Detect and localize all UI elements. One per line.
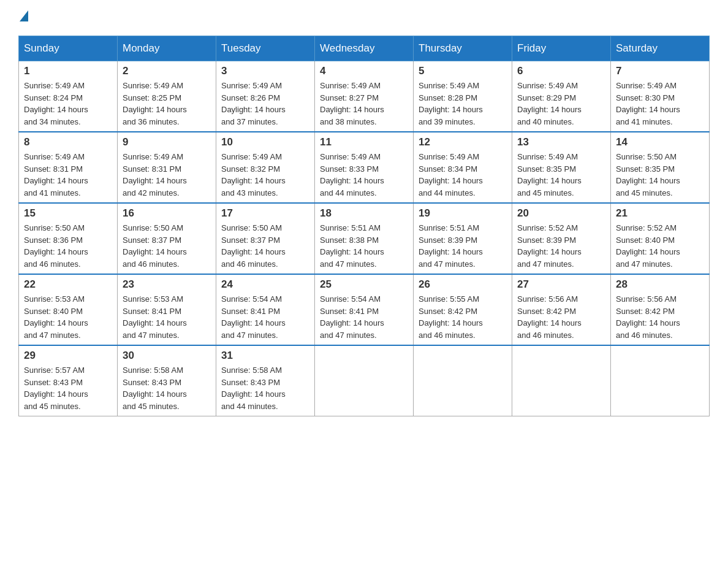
day-info: Sunrise: 5:49 AMSunset: 8:32 PMDaylight:… bbox=[221, 151, 309, 199]
calendar-header-sunday: Sunday bbox=[19, 36, 118, 61]
calendar-cell: 11Sunrise: 5:49 AMSunset: 8:33 PMDayligh… bbox=[315, 132, 414, 203]
calendar-cell: 7Sunrise: 5:49 AMSunset: 8:30 PMDaylight… bbox=[611, 61, 710, 132]
logo-arrow-icon bbox=[20, 10, 28, 21]
day-number: 21 bbox=[616, 207, 704, 220]
calendar-cell: 26Sunrise: 5:55 AMSunset: 8:42 PMDayligh… bbox=[414, 274, 512, 345]
calendar-cell: 17Sunrise: 5:50 AMSunset: 8:37 PMDayligh… bbox=[216, 203, 315, 274]
day-info: Sunrise: 5:58 AMSunset: 8:43 PMDaylight:… bbox=[123, 364, 211, 412]
calendar-cell: 16Sunrise: 5:50 AMSunset: 8:37 PMDayligh… bbox=[118, 203, 216, 274]
day-info: Sunrise: 5:49 AMSunset: 8:27 PMDaylight:… bbox=[320, 80, 408, 128]
day-info: Sunrise: 5:49 AMSunset: 8:25 PMDaylight:… bbox=[123, 80, 211, 128]
calendar-cell bbox=[315, 345, 414, 416]
day-info: Sunrise: 5:50 AMSunset: 8:37 PMDaylight:… bbox=[123, 222, 211, 270]
day-info: Sunrise: 5:51 AMSunset: 8:39 PMDaylight:… bbox=[419, 222, 507, 270]
day-info: Sunrise: 5:49 AMSunset: 8:24 PMDaylight:… bbox=[24, 80, 112, 128]
day-number: 17 bbox=[221, 207, 309, 220]
calendar-cell: 13Sunrise: 5:49 AMSunset: 8:35 PMDayligh… bbox=[512, 132, 611, 203]
day-number: 26 bbox=[419, 278, 507, 291]
calendar-cell: 25Sunrise: 5:54 AMSunset: 8:41 PMDayligh… bbox=[315, 274, 414, 345]
logo bbox=[18, 12, 28, 23]
day-number: 29 bbox=[24, 350, 112, 362]
day-info: Sunrise: 5:49 AMSunset: 8:35 PMDaylight:… bbox=[517, 151, 605, 199]
day-info: Sunrise: 5:56 AMSunset: 8:42 PMDaylight:… bbox=[517, 293, 605, 341]
day-number: 4 bbox=[320, 65, 408, 77]
calendar-cell: 30Sunrise: 5:58 AMSunset: 8:43 PMDayligh… bbox=[118, 345, 216, 416]
calendar-cell: 8Sunrise: 5:49 AMSunset: 8:31 PMDaylight… bbox=[19, 132, 118, 203]
calendar-header-monday: Monday bbox=[118, 36, 216, 61]
calendar-cell: 1Sunrise: 5:49 AMSunset: 8:24 PMDaylight… bbox=[19, 61, 118, 132]
day-info: Sunrise: 5:57 AMSunset: 8:43 PMDaylight:… bbox=[24, 364, 112, 412]
calendar-header-friday: Friday bbox=[512, 36, 611, 61]
day-info: Sunrise: 5:50 AMSunset: 8:36 PMDaylight:… bbox=[24, 222, 112, 270]
day-number: 2 bbox=[123, 65, 211, 77]
day-number: 23 bbox=[123, 278, 211, 291]
calendar-cell: 5Sunrise: 5:49 AMSunset: 8:28 PMDaylight… bbox=[414, 61, 512, 132]
day-info: Sunrise: 5:49 AMSunset: 8:34 PMDaylight:… bbox=[419, 151, 507, 199]
calendar-cell bbox=[611, 345, 710, 416]
calendar-table: SundayMondayTuesdayWednesdayThursdayFrid… bbox=[18, 36, 710, 416]
day-number: 15 bbox=[24, 207, 112, 220]
day-number: 16 bbox=[123, 207, 211, 220]
day-info: Sunrise: 5:58 AMSunset: 8:43 PMDaylight:… bbox=[221, 364, 309, 412]
day-number: 6 bbox=[517, 65, 605, 77]
day-info: Sunrise: 5:53 AMSunset: 8:40 PMDaylight:… bbox=[24, 293, 112, 341]
calendar-cell: 29Sunrise: 5:57 AMSunset: 8:43 PMDayligh… bbox=[19, 345, 118, 416]
day-number: 25 bbox=[320, 278, 408, 291]
day-info: Sunrise: 5:56 AMSunset: 8:42 PMDaylight:… bbox=[616, 293, 704, 341]
day-number: 13 bbox=[517, 136, 605, 148]
calendar-header-thursday: Thursday bbox=[414, 36, 512, 61]
day-info: Sunrise: 5:53 AMSunset: 8:41 PMDaylight:… bbox=[123, 293, 211, 341]
calendar-week-row: 29Sunrise: 5:57 AMSunset: 8:43 PMDayligh… bbox=[19, 345, 710, 416]
calendar-cell: 10Sunrise: 5:49 AMSunset: 8:32 PMDayligh… bbox=[216, 132, 315, 203]
day-number: 5 bbox=[419, 65, 507, 77]
calendar-cell: 18Sunrise: 5:51 AMSunset: 8:38 PMDayligh… bbox=[315, 203, 414, 274]
calendar-week-row: 22Sunrise: 5:53 AMSunset: 8:40 PMDayligh… bbox=[19, 274, 710, 345]
day-info: Sunrise: 5:49 AMSunset: 8:30 PMDaylight:… bbox=[616, 80, 704, 128]
day-number: 8 bbox=[24, 136, 112, 148]
calendar-cell: 21Sunrise: 5:52 AMSunset: 8:40 PMDayligh… bbox=[611, 203, 710, 274]
day-info: Sunrise: 5:54 AMSunset: 8:41 PMDaylight:… bbox=[320, 293, 408, 341]
calendar-week-row: 1Sunrise: 5:49 AMSunset: 8:24 PMDaylight… bbox=[19, 61, 710, 132]
calendar-cell: 3Sunrise: 5:49 AMSunset: 8:26 PMDaylight… bbox=[216, 61, 315, 132]
calendar-cell: 23Sunrise: 5:53 AMSunset: 8:41 PMDayligh… bbox=[118, 274, 216, 345]
day-number: 18 bbox=[320, 207, 408, 220]
calendar-cell: 6Sunrise: 5:49 AMSunset: 8:29 PMDaylight… bbox=[512, 61, 611, 132]
calendar-cell: 20Sunrise: 5:52 AMSunset: 8:39 PMDayligh… bbox=[512, 203, 611, 274]
calendar-cell: 19Sunrise: 5:51 AMSunset: 8:39 PMDayligh… bbox=[414, 203, 512, 274]
day-info: Sunrise: 5:50 AMSunset: 8:37 PMDaylight:… bbox=[221, 222, 309, 270]
calendar-cell: 27Sunrise: 5:56 AMSunset: 8:42 PMDayligh… bbox=[512, 274, 611, 345]
calendar-cell: 9Sunrise: 5:49 AMSunset: 8:31 PMDaylight… bbox=[118, 132, 216, 203]
calendar-cell: 4Sunrise: 5:49 AMSunset: 8:27 PMDaylight… bbox=[315, 61, 414, 132]
day-info: Sunrise: 5:55 AMSunset: 8:42 PMDaylight:… bbox=[419, 293, 507, 341]
day-number: 7 bbox=[616, 65, 704, 77]
calendar-cell: 12Sunrise: 5:49 AMSunset: 8:34 PMDayligh… bbox=[414, 132, 512, 203]
day-number: 27 bbox=[517, 278, 605, 291]
day-number: 24 bbox=[221, 278, 309, 291]
day-info: Sunrise: 5:49 AMSunset: 8:31 PMDaylight:… bbox=[24, 151, 112, 199]
calendar-cell: 24Sunrise: 5:54 AMSunset: 8:41 PMDayligh… bbox=[216, 274, 315, 345]
day-info: Sunrise: 5:49 AMSunset: 8:28 PMDaylight:… bbox=[419, 80, 507, 128]
calendar-week-row: 8Sunrise: 5:49 AMSunset: 8:31 PMDaylight… bbox=[19, 132, 710, 203]
calendar-cell: 31Sunrise: 5:58 AMSunset: 8:43 PMDayligh… bbox=[216, 345, 315, 416]
day-info: Sunrise: 5:52 AMSunset: 8:39 PMDaylight:… bbox=[517, 222, 605, 270]
calendar-cell: 22Sunrise: 5:53 AMSunset: 8:40 PMDayligh… bbox=[19, 274, 118, 345]
day-number: 20 bbox=[517, 207, 605, 220]
day-number: 14 bbox=[616, 136, 704, 148]
calendar-cell: 15Sunrise: 5:50 AMSunset: 8:36 PMDayligh… bbox=[19, 203, 118, 274]
day-info: Sunrise: 5:50 AMSunset: 8:35 PMDaylight:… bbox=[616, 151, 704, 199]
day-number: 11 bbox=[320, 136, 408, 148]
day-info: Sunrise: 5:51 AMSunset: 8:38 PMDaylight:… bbox=[320, 222, 408, 270]
day-number: 28 bbox=[616, 278, 704, 291]
calendar-cell: 28Sunrise: 5:56 AMSunset: 8:42 PMDayligh… bbox=[611, 274, 710, 345]
day-number: 22 bbox=[24, 278, 112, 291]
day-info: Sunrise: 5:49 AMSunset: 8:26 PMDaylight:… bbox=[221, 80, 309, 128]
calendar-cell: 14Sunrise: 5:50 AMSunset: 8:35 PMDayligh… bbox=[611, 132, 710, 203]
day-number: 9 bbox=[123, 136, 211, 148]
day-info: Sunrise: 5:49 AMSunset: 8:29 PMDaylight:… bbox=[517, 80, 605, 128]
day-number: 1 bbox=[24, 65, 112, 77]
day-info: Sunrise: 5:54 AMSunset: 8:41 PMDaylight:… bbox=[221, 293, 309, 341]
day-number: 10 bbox=[221, 136, 309, 148]
day-number: 30 bbox=[123, 350, 211, 362]
day-number: 31 bbox=[221, 350, 309, 362]
day-info: Sunrise: 5:52 AMSunset: 8:40 PMDaylight:… bbox=[616, 222, 704, 270]
